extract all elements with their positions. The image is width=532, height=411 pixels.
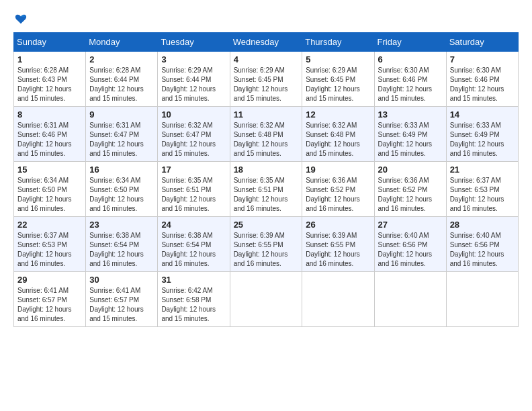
calendar-day-cell: 18 Sunrise: 6:35 AMSunset: 6:51 PMDaylig… — [230, 162, 302, 217]
day-info: Sunrise: 6:31 AMSunset: 6:46 PMDaylight:… — [17, 122, 72, 157]
day-number: 11 — [234, 109, 299, 120]
day-number: 31 — [161, 275, 226, 285]
day-info: Sunrise: 6:37 AMSunset: 6:53 PMDaylight:… — [450, 177, 504, 212]
day-info: Sunrise: 6:42 AMSunset: 6:58 PMDaylight:… — [161, 287, 216, 322]
logo-bird-icon — [15, 13, 27, 26]
calendar-day-cell — [446, 272, 518, 327]
calendar-week-row: 1 Sunrise: 6:28 AMSunset: 6:43 PMDayligh… — [14, 52, 519, 107]
day-number: 10 — [161, 109, 226, 120]
day-of-week-header: Wednesday — [230, 33, 302, 52]
day-of-week-header: Friday — [374, 33, 446, 52]
day-number: 16 — [89, 165, 154, 175]
day-number: 19 — [306, 165, 370, 175]
calendar-day-cell — [374, 272, 446, 327]
calendar-day-cell: 27 Sunrise: 6:40 AMSunset: 6:56 PMDaylig… — [374, 217, 446, 272]
day-of-week-header: Thursday — [302, 33, 374, 52]
calendar-week-row: 8 Sunrise: 6:31 AMSunset: 6:46 PMDayligh… — [14, 107, 519, 162]
calendar-week-row: 22 Sunrise: 6:37 AMSunset: 6:53 PMDaylig… — [14, 217, 519, 272]
calendar-day-cell: 20 Sunrise: 6:36 AMSunset: 6:52 PMDaylig… — [374, 162, 446, 217]
day-info: Sunrise: 6:31 AMSunset: 6:47 PMDaylight:… — [89, 122, 144, 157]
day-info: Sunrise: 6:40 AMSunset: 6:56 PMDaylight:… — [378, 232, 433, 267]
day-info: Sunrise: 6:29 AMSunset: 6:45 PMDaylight:… — [306, 66, 360, 102]
day-info: Sunrise: 6:30 AMSunset: 6:46 PMDaylight:… — [450, 66, 504, 102]
calendar-day-cell: 16 Sunrise: 6:34 AMSunset: 6:50 PMDaylig… — [86, 162, 158, 217]
day-info: Sunrise: 6:33 AMSunset: 6:49 PMDaylight:… — [450, 122, 504, 157]
day-number: 9 — [89, 109, 154, 120]
day-info: Sunrise: 6:35 AMSunset: 6:51 PMDaylight:… — [234, 177, 288, 212]
calendar-day-cell: 22 Sunrise: 6:37 AMSunset: 6:53 PMDaylig… — [14, 217, 86, 272]
calendar-day-cell: 21 Sunrise: 6:37 AMSunset: 6:53 PMDaylig… — [446, 162, 518, 217]
calendar-day-cell: 8 Sunrise: 6:31 AMSunset: 6:46 PMDayligh… — [14, 107, 86, 162]
day-number: 1 — [17, 54, 82, 64]
day-number: 27 — [378, 220, 443, 230]
day-number: 6 — [378, 54, 443, 64]
day-number: 26 — [306, 220, 370, 230]
day-number: 25 — [234, 220, 299, 230]
calendar-day-cell: 7 Sunrise: 6:30 AMSunset: 6:46 PMDayligh… — [446, 52, 518, 107]
calendar-day-cell: 12 Sunrise: 6:32 AMSunset: 6:48 PMDaylig… — [302, 107, 374, 162]
day-number: 8 — [17, 109, 82, 120]
calendar-day-cell: 15 Sunrise: 6:34 AMSunset: 6:50 PMDaylig… — [14, 162, 86, 217]
day-info: Sunrise: 6:39 AMSunset: 6:55 PMDaylight:… — [234, 232, 288, 267]
day-number: 4 — [234, 54, 299, 64]
day-number: 13 — [378, 109, 443, 120]
day-info: Sunrise: 6:32 AMSunset: 6:47 PMDaylight:… — [161, 122, 216, 157]
day-of-week-header: Monday — [86, 33, 158, 52]
calendar-day-cell: 24 Sunrise: 6:38 AMSunset: 6:54 PMDaylig… — [158, 217, 230, 272]
day-info: Sunrise: 6:39 AMSunset: 6:55 PMDaylight:… — [306, 232, 360, 267]
calendar-day-cell: 28 Sunrise: 6:40 AMSunset: 6:56 PMDaylig… — [446, 217, 518, 272]
day-number: 21 — [450, 165, 515, 175]
day-number: 20 — [378, 165, 443, 175]
calendar-day-cell: 1 Sunrise: 6:28 AMSunset: 6:43 PMDayligh… — [14, 52, 86, 107]
calendar-day-cell — [302, 272, 374, 327]
calendar-day-cell: 6 Sunrise: 6:30 AMSunset: 6:46 PMDayligh… — [374, 52, 446, 107]
calendar-day-cell: 25 Sunrise: 6:39 AMSunset: 6:55 PMDaylig… — [230, 217, 302, 272]
calendar-week-row: 29 Sunrise: 6:41 AMSunset: 6:57 PMDaylig… — [14, 272, 519, 327]
day-info: Sunrise: 6:29 AMSunset: 6:45 PMDaylight:… — [234, 66, 288, 102]
calendar-day-cell: 30 Sunrise: 6:41 AMSunset: 6:57 PMDaylig… — [86, 272, 158, 327]
calendar-day-cell: 10 Sunrise: 6:32 AMSunset: 6:47 PMDaylig… — [158, 107, 230, 162]
day-number: 28 — [450, 220, 515, 230]
day-number: 17 — [161, 165, 226, 175]
day-number: 2 — [89, 54, 154, 64]
day-number: 18 — [234, 165, 299, 175]
day-number: 12 — [306, 109, 370, 120]
calendar-day-cell: 23 Sunrise: 6:38 AMSunset: 6:54 PMDaylig… — [86, 217, 158, 272]
calendar-day-cell: 3 Sunrise: 6:29 AMSunset: 6:44 PMDayligh… — [158, 52, 230, 107]
calendar-header-row: SundayMondayTuesdayWednesdayThursdayFrid… — [14, 33, 519, 52]
day-number: 24 — [161, 220, 226, 230]
day-info: Sunrise: 6:38 AMSunset: 6:54 PMDaylight:… — [89, 232, 144, 267]
calendar-day-cell: 26 Sunrise: 6:39 AMSunset: 6:55 PMDaylig… — [302, 217, 374, 272]
day-number: 30 — [89, 275, 154, 285]
calendar-day-cell: 2 Sunrise: 6:28 AMSunset: 6:44 PMDayligh… — [86, 52, 158, 107]
day-info: Sunrise: 6:34 AMSunset: 6:50 PMDaylight:… — [17, 177, 72, 212]
day-info: Sunrise: 6:40 AMSunset: 6:56 PMDaylight:… — [450, 232, 504, 267]
day-info: Sunrise: 6:36 AMSunset: 6:52 PMDaylight:… — [306, 177, 360, 212]
day-number: 22 — [17, 220, 82, 230]
day-info: Sunrise: 6:35 AMSunset: 6:51 PMDaylight:… — [161, 177, 216, 212]
day-info: Sunrise: 6:29 AMSunset: 6:44 PMDaylight:… — [161, 66, 216, 102]
calendar-day-cell: 13 Sunrise: 6:33 AMSunset: 6:49 PMDaylig… — [374, 107, 446, 162]
day-number: 15 — [17, 165, 82, 175]
calendar-day-cell: 29 Sunrise: 6:41 AMSunset: 6:57 PMDaylig… — [14, 272, 86, 327]
day-info: Sunrise: 6:30 AMSunset: 6:46 PMDaylight:… — [378, 66, 433, 102]
day-number: 29 — [17, 275, 82, 285]
day-info: Sunrise: 6:41 AMSunset: 6:57 PMDaylight:… — [17, 287, 72, 322]
day-of-week-header: Tuesday — [158, 33, 230, 52]
day-number: 7 — [450, 54, 515, 64]
calendar-day-cell: 11 Sunrise: 6:32 AMSunset: 6:48 PMDaylig… — [230, 107, 302, 162]
day-of-week-header: Sunday — [14, 33, 86, 52]
day-info: Sunrise: 6:36 AMSunset: 6:52 PMDaylight:… — [378, 177, 433, 212]
day-info: Sunrise: 6:32 AMSunset: 6:48 PMDaylight:… — [234, 122, 288, 157]
calendar-day-cell — [230, 272, 302, 327]
day-info: Sunrise: 6:37 AMSunset: 6:53 PMDaylight:… — [17, 232, 72, 267]
day-info: Sunrise: 6:38 AMSunset: 6:54 PMDaylight:… — [161, 232, 216, 267]
logo — [13, 13, 27, 26]
page-header — [13, 13, 519, 26]
day-number: 3 — [161, 54, 226, 64]
calendar-week-row: 15 Sunrise: 6:34 AMSunset: 6:50 PMDaylig… — [14, 162, 519, 217]
calendar-table: SundayMondayTuesdayWednesdayThursdayFrid… — [13, 32, 519, 327]
day-info: Sunrise: 6:34 AMSunset: 6:50 PMDaylight:… — [89, 177, 144, 212]
day-number: 23 — [89, 220, 154, 230]
calendar-day-cell: 4 Sunrise: 6:29 AMSunset: 6:45 PMDayligh… — [230, 52, 302, 107]
